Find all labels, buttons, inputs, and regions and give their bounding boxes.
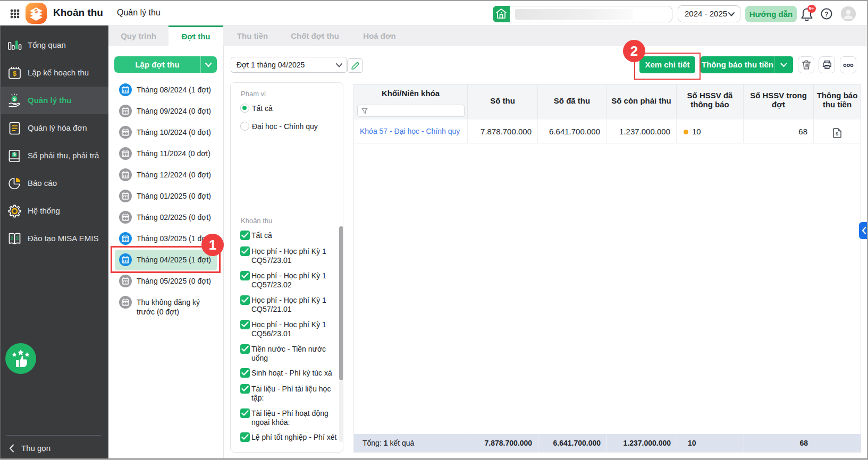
svg-text:$: $ bbox=[13, 70, 16, 78]
svg-text:$: $ bbox=[836, 131, 839, 137]
svg-text:$: $ bbox=[13, 96, 16, 102]
svg-text:$: $ bbox=[13, 151, 16, 157]
svg-text:?: ? bbox=[824, 11, 828, 18]
